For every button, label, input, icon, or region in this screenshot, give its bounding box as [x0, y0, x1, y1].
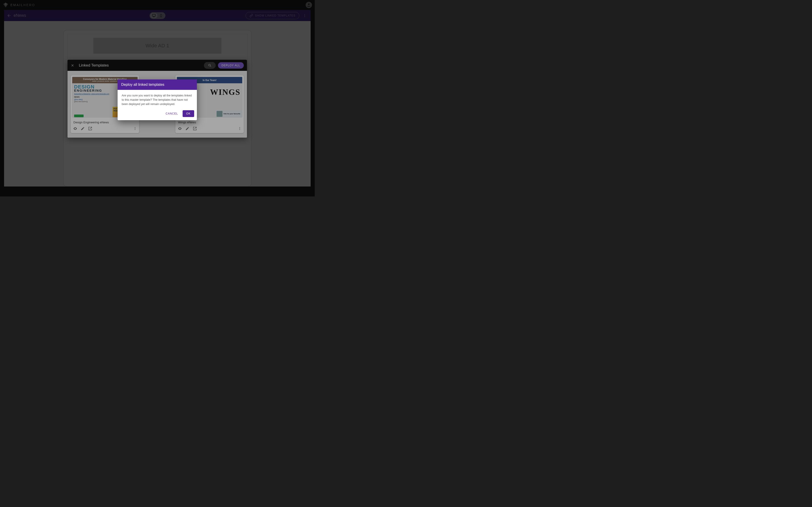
confirm-title: Deploy all linked templates [117, 79, 197, 90]
ok-button[interactable]: OK [183, 110, 194, 117]
confirm-dialog: Deploy all linked templates Are you sure… [117, 79, 197, 120]
confirm-body-text: Are you sure you want to deploy all the … [117, 90, 197, 108]
cancel-button[interactable]: CANCEL [163, 110, 180, 117]
confirm-actions: CANCEL OK [117, 108, 197, 120]
